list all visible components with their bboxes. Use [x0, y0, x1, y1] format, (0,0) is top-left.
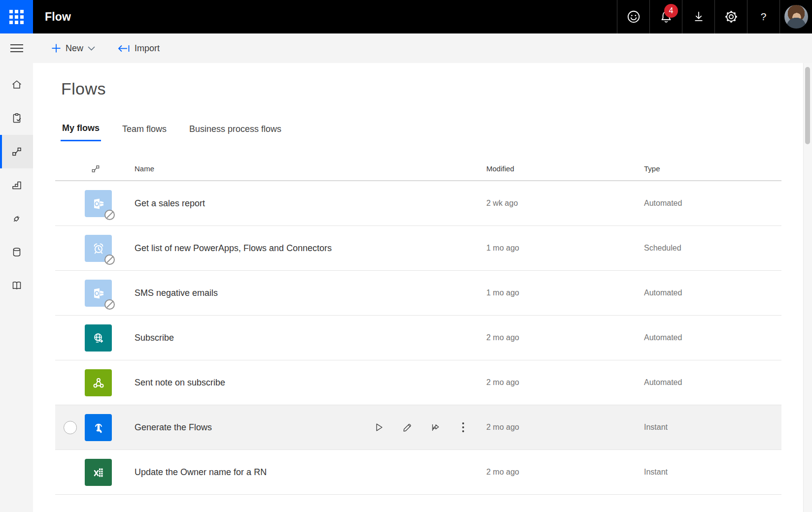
flow-name[interactable]: Update the Owner name for a RN	[135, 450, 267, 494]
flow-column-icon	[91, 164, 101, 174]
avatar	[784, 5, 808, 29]
flow-name[interactable]: Get a sales report	[135, 181, 205, 225]
app-title: Flow	[45, 0, 71, 33]
command-bar: New Import	[0, 33, 812, 63]
sidebar-item-entities[interactable]	[0, 235, 33, 269]
row-radio-button[interactable]	[64, 421, 77, 434]
sidebar-item-approvals[interactable]	[0, 101, 33, 135]
recurrence-clock-icon	[85, 235, 112, 262]
flow-type: Scheduled	[644, 226, 681, 270]
chevron-down-icon	[88, 46, 95, 51]
download-button[interactable]	[682, 0, 714, 33]
table-row[interactable]: Subscribe 2 mo ago Automated	[55, 316, 781, 360]
share-icon	[430, 422, 440, 433]
disabled-badge-icon	[104, 299, 115, 310]
flows-table: Name Modified Type Get a sales report 2 …	[55, 158, 781, 495]
topbar-actions: 4 ?	[617, 0, 812, 33]
table-row[interactable]: SMS negative emails 1 mo ago Automated	[55, 271, 781, 316]
table-header: Name Modified Type	[55, 158, 781, 181]
hamburger-icon	[10, 44, 23, 45]
account-button[interactable]	[779, 0, 812, 33]
scrollbar-thumb[interactable]	[805, 67, 810, 144]
sidebar-item-connections[interactable]	[0, 202, 33, 235]
table-row[interactable]: Update the Owner name for a RN 2 mo ago …	[55, 450, 781, 495]
sidebar-item-my-flows[interactable]	[0, 135, 33, 168]
column-header-type[interactable]: Type	[644, 164, 660, 173]
http-globe-icon	[85, 324, 112, 352]
feedback-button[interactable]	[617, 0, 649, 33]
flow-name[interactable]: SMS negative emails	[135, 271, 218, 315]
excel-connector-icon	[85, 459, 112, 486]
steps-icon	[11, 179, 23, 191]
home-icon	[11, 79, 23, 91]
sidebar-item-home[interactable]	[0, 68, 33, 101]
row-actions	[373, 405, 469, 449]
outlook-connector-icon	[85, 190, 112, 217]
table-row[interactable]: Sent note on subscribe 2 mo ago Automate…	[55, 360, 781, 405]
main-content: Flows My flows Team flows Business proce…	[33, 63, 803, 512]
settings-button[interactable]	[714, 0, 747, 33]
book-icon	[11, 280, 23, 291]
import-button-label: Import	[135, 43, 160, 54]
run-flow-button[interactable]	[373, 421, 385, 433]
disabled-badge-icon	[104, 210, 115, 220]
sidebar-item-business-process[interactable]	[0, 168, 33, 202]
waffle-icon	[9, 10, 24, 24]
plug-icon	[11, 213, 23, 224]
flow-modified: 2 mo ago	[486, 360, 519, 405]
table-row[interactable]: Get a sales report 2 wk ago Automated	[55, 181, 781, 226]
table-row-selected-hover[interactable]: Generate the Flows	[55, 405, 781, 450]
flow-name[interactable]: Generate the Flows	[135, 405, 212, 449]
flow-modified: 2 mo ago	[486, 450, 519, 494]
flow-type: Instant	[644, 405, 668, 449]
flow-modified: 2 wk ago	[486, 181, 518, 225]
flow-type: Instant	[644, 450, 668, 494]
clipboard-check-icon	[11, 112, 23, 124]
column-header-name[interactable]: Name	[135, 164, 154, 173]
column-header-modified[interactable]: Modified	[486, 164, 514, 173]
collapse-nav-button[interactable]	[0, 44, 33, 52]
flow-modified: 1 mo ago	[486, 226, 519, 270]
flow-name[interactable]: Get list of new PowerApps, Flows and Con…	[135, 226, 332, 270]
flow-name[interactable]: Sent note on subscribe	[135, 360, 225, 405]
tab-my-flows[interactable]: My flows	[61, 123, 101, 141]
tab-business-process-flows[interactable]: Business process flows	[188, 123, 283, 141]
gear-icon	[724, 9, 739, 24]
flow-type: Automated	[644, 181, 682, 225]
smiley-icon	[626, 9, 641, 24]
flow-modified: 1 mo ago	[486, 271, 519, 315]
table-row[interactable]: Get list of new PowerApps, Flows and Con…	[55, 226, 781, 271]
outlook-connector-icon	[85, 280, 112, 307]
new-button-label: New	[66, 43, 83, 54]
import-button[interactable]: Import	[118, 43, 160, 54]
flow-name[interactable]: Subscribe	[135, 316, 174, 360]
webhook-icon	[85, 369, 112, 396]
flow-modified: 2 mo ago	[486, 405, 519, 449]
notification-badge: 4	[664, 4, 678, 18]
download-icon	[692, 10, 706, 24]
help-button[interactable]: ?	[747, 0, 779, 33]
edit-flow-button[interactable]	[401, 421, 413, 433]
more-options-button[interactable]	[457, 421, 469, 433]
top-app-bar: Flow 4	[0, 0, 812, 33]
left-nav	[0, 63, 33, 512]
share-flow-button[interactable]	[429, 421, 441, 433]
flow-type: Automated	[644, 271, 682, 315]
tab-team-flows[interactable]: Team flows	[121, 123, 168, 141]
plus-icon	[51, 43, 61, 53]
tab-bar: My flows Team flows Business process flo…	[55, 123, 803, 141]
page-title: Flows	[61, 79, 803, 98]
button-touch-icon	[85, 414, 112, 441]
vertical-scrollbar[interactable]	[803, 63, 812, 512]
import-arrow-icon	[118, 44, 130, 53]
pencil-icon	[402, 422, 412, 433]
ellipsis-vertical-icon	[462, 422, 465, 433]
database-icon	[11, 246, 23, 258]
sidebar-item-learn[interactable]	[0, 269, 33, 302]
flow-icon	[11, 146, 23, 158]
app-launcher-button[interactable]	[0, 0, 33, 33]
help-icon: ?	[761, 11, 767, 23]
notifications-button[interactable]: 4	[649, 0, 682, 33]
flow-type: Automated	[644, 360, 682, 405]
new-flow-button[interactable]: New	[51, 43, 95, 54]
